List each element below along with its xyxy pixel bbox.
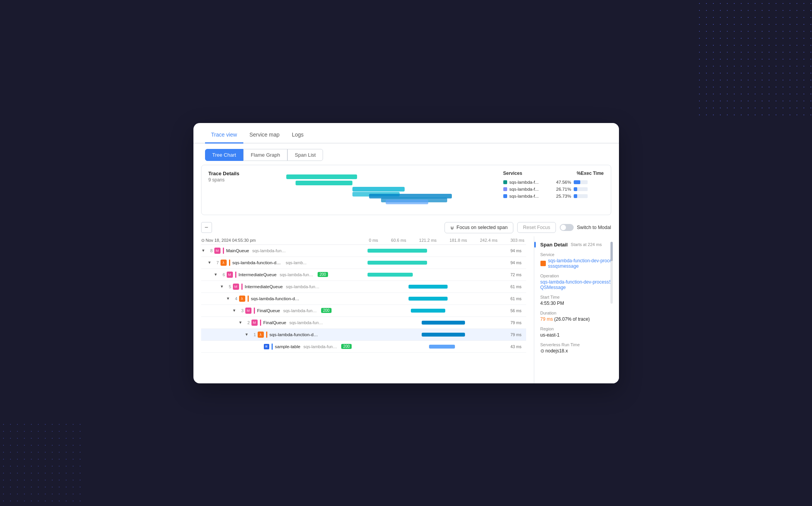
span-arrow-1[interactable]: ▼ <box>207 260 212 265</box>
span-icon-4: λ <box>239 296 245 302</box>
span-border-1 <box>229 260 230 266</box>
service-label: Service <box>540 252 613 257</box>
region-label: Region <box>540 327 613 331</box>
span-name-4: sqs-lambda-function-dev-intermediateHand… <box>251 296 301 301</box>
span-bar-1 <box>368 261 427 265</box>
span-service-2: sqs-lambda-functi... <box>280 272 315 277</box>
side-panel: Span Detail Starts at 224 ms Service sqs… <box>534 236 619 383</box>
timeline-area: ⊙ Nov 18, 2024 04:55:30 pm 0 ms 60.6 ms … <box>193 236 534 353</box>
span-name-6: FinalQueue <box>263 320 286 325</box>
span-service-8: sqs-lambda-functi... <box>303 344 338 349</box>
tab-trace-view[interactable]: Trace view <box>205 128 243 144</box>
span-duration-1: 94 ms <box>511 260 526 265</box>
span-arrow-4[interactable]: ▼ <box>226 296 231 301</box>
region-value: us-east-1 <box>540 332 613 338</box>
span-arrow-2[interactable]: ▼ <box>214 272 218 277</box>
timeline-header: ⊙ Nov 18, 2024 04:55:30 pm 0 ms 60.6 ms … <box>201 236 526 245</box>
span-row-0[interactable]: ▼ 8 M MainQueue sqs-lambda-function-dev-… <box>201 245 526 257</box>
sub-tab-span-list[interactable]: Span List <box>287 149 323 161</box>
service-pct-0: 47.56% <box>554 180 571 185</box>
span-bar-area-8 <box>368 342 508 351</box>
span-num-7: 1 <box>251 332 256 337</box>
span-border-0 <box>223 248 224 254</box>
span-arrow-6[interactable]: ▼ <box>238 320 243 325</box>
span-bar-area-6 <box>368 318 508 327</box>
service-dot-0 <box>503 180 507 184</box>
span-duration-7: 79 ms <box>511 332 526 337</box>
span-bar-4 <box>409 297 448 301</box>
span-border-6 <box>260 320 261 326</box>
panel-operation-section: Operation sqs-lambda-function-dev-proces… <box>540 274 613 290</box>
span-icon-5: M <box>245 308 251 314</box>
span-badge-5: 200 <box>321 308 332 313</box>
span-row-2[interactable]: ▼ 6 M IntermediateQueue sqs-lambda-funct… <box>201 269 526 281</box>
trace-details-spans: 9 spans <box>209 177 259 183</box>
span-arrow-3[interactable]: ▼ <box>220 284 224 289</box>
service-name-2: sqs-lambda-f... <box>509 194 552 198</box>
span-bar-8 <box>429 345 455 349</box>
tab-logs[interactable]: Logs <box>285 128 309 144</box>
span-arrow-0[interactable]: ▼ <box>201 248 206 253</box>
span-icon-2: M <box>227 272 233 278</box>
span-arrow-5[interactable]: ▼ <box>232 308 237 313</box>
span-rows-container: ▼ 8 M MainQueue sqs-lambda-function-dev-… <box>201 245 526 353</box>
zoom-out-button[interactable]: − <box>201 222 212 233</box>
span-service-5: sqs-lambda-function-dev... <box>283 308 318 313</box>
scale-2: 121.2 ms <box>419 238 436 243</box>
span-bar-2 <box>368 273 413 277</box>
service-pct-2: 25.73% <box>554 194 571 198</box>
toggle-knob <box>561 225 566 230</box>
toggle-label: Switch to Modal <box>577 225 611 230</box>
span-bar-area-4 <box>368 294 508 303</box>
panel-serverless-section: Serverless Run Time ⊙ nodejs18.x <box>540 342 613 354</box>
span-name-2: IntermediateQueue <box>239 272 277 277</box>
operation-value[interactable]: sqs-lambda-function-dev-processSQSMessag… <box>540 279 612 290</box>
span-row-1[interactable]: ▼ 7 λ sqs-lambda-function-dev-sqsHandler… <box>201 257 526 269</box>
switch-modal-toggle[interactable] <box>560 224 574 231</box>
span-duration-0: 94 ms <box>511 248 526 253</box>
trace-details-title: Trace Details <box>209 171 259 176</box>
span-duration-3: 61 ms <box>511 284 526 289</box>
db-icon-8: ⊞ <box>264 344 269 349</box>
span-row-6[interactable]: ▼ 2 M FinalQueue sqs-lambda-function-dev… <box>201 317 526 329</box>
span-bar-area-5 <box>368 306 508 315</box>
focus-selected-span-button[interactable]: ⊎ Focus on selected span <box>444 222 513 233</box>
service-value[interactable]: sqs-lambda-function-dev-processsqsmessag… <box>548 258 613 269</box>
span-name-1: sqs-lambda-function-dev-sqsHandler <box>232 260 283 265</box>
span-service-1: sqs-lamb... <box>286 260 307 265</box>
span-service-0: sqs-lambda-function-dev-sqshandler <box>252 248 287 253</box>
sub-tab-flame-graph[interactable]: Flame Graph <box>243 149 287 161</box>
span-row-3[interactable]: ▼ 5 M IntermediateQueue sqs-lambda-funct… <box>201 281 526 293</box>
service-name-1: sqs-lambda-f... <box>509 187 552 191</box>
span-name-0: MainQueue <box>226 248 249 253</box>
span-bar-area-0 <box>368 246 508 255</box>
span-row-8[interactable]: ⊞ sample-table sqs-lambda-functi... 200 … <box>201 341 526 353</box>
span-icon-7: λ <box>258 332 264 338</box>
panel-region-section: Region us-east-1 <box>540 327 613 338</box>
panel-duration-section: Duration 79 ms (26.07% of trace) <box>540 311 613 322</box>
span-row-7[interactable]: ▼ 1 λ sqs-lambda-function-dev-processSQS… <box>201 329 526 341</box>
span-duration-8: 43 ms <box>511 344 526 349</box>
trace-chart-area <box>263 171 499 209</box>
span-arrow-7[interactable]: ▼ <box>244 332 249 337</box>
sub-tab-tree-chart[interactable]: Tree Chart <box>205 149 244 161</box>
span-border-5 <box>254 308 255 314</box>
tab-service-map[interactable]: Service map <box>243 128 286 144</box>
span-num-3: 5 <box>226 284 231 289</box>
service-row-1: sqs-lambda-f... 26.71% <box>503 187 604 191</box>
span-num-6: 2 <box>244 320 250 325</box>
span-bar-area-1 <box>368 258 508 267</box>
span-num-5: 3 <box>238 308 244 313</box>
span-row-5[interactable]: ▼ 3 M FinalQueue sqs-lambda-function-dev… <box>201 305 526 317</box>
duration-ms: 79 ms <box>540 316 553 322</box>
scale-5: 303 ms <box>510 238 524 243</box>
span-name-3: IntermediateQueue <box>245 284 283 289</box>
focus-label: Focus on selected span <box>456 225 508 230</box>
reset-focus-button[interactable]: Reset Focus <box>517 222 556 233</box>
panel-title: Span Detail <box>540 242 568 248</box>
span-name-8: sample-table <box>275 344 301 349</box>
span-border-4 <box>248 296 249 302</box>
span-bar-5 <box>411 309 446 313</box>
services-header-label: Services <box>503 171 522 176</box>
span-row-4[interactable]: ▼ 4 λ sqs-lambda-function-dev-intermedia… <box>201 293 526 305</box>
